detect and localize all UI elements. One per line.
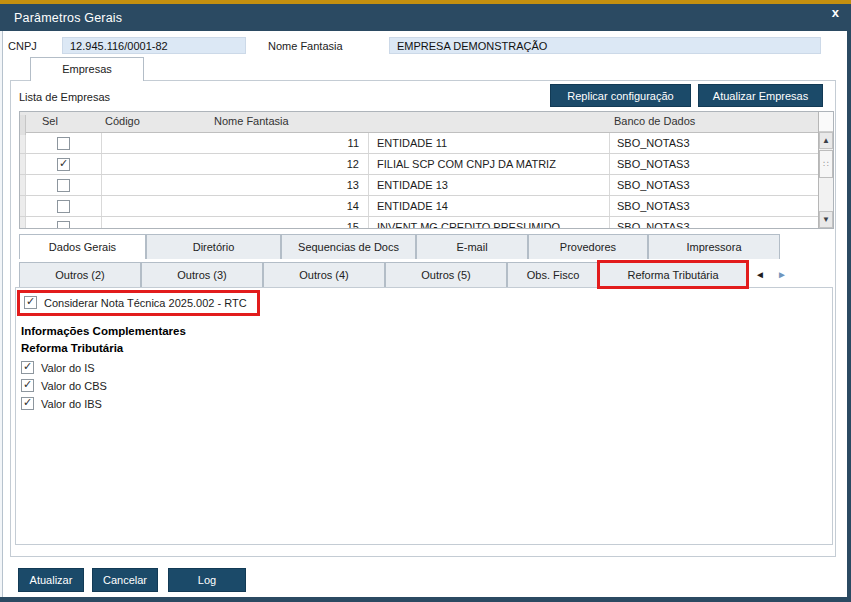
- check-mark-icon: ✓: [23, 397, 32, 408]
- footer-buttons: Atualizar Cancelar Log: [18, 568, 246, 592]
- cell-sel: [26, 217, 102, 229]
- table-row: 14ENTIDADE 14SBO_NOTAS3: [20, 196, 818, 217]
- row-select-checkbox[interactable]: [57, 179, 70, 192]
- col-header-sel: Sel: [42, 115, 58, 127]
- considerar-nota-tecnica-checkbox[interactable]: ✓: [24, 296, 37, 309]
- lista-de-empresas-label: Lista de Empresas: [19, 91, 110, 103]
- check-mark-icon: ✓: [59, 158, 68, 169]
- cnpj-label: CNPJ: [8, 40, 37, 52]
- window-border-left: [0, 31, 3, 602]
- log-button[interactable]: Log: [168, 568, 246, 592]
- checkbox-label: Valor do IS: [41, 362, 95, 374]
- reforma-tributaria-tab-content: ✓ Considerar Nota Técnica 2025.002 - RTC…: [15, 287, 833, 545]
- cell-banco-de-dados: SBO_NOTAS3: [610, 175, 818, 195]
- tab-reforma-tribut-ria[interactable]: Reforma Tributária: [599, 262, 747, 287]
- considerar-nota-tecnica-label: Considerar Nota Técnica 2025.002 - RTC: [44, 297, 247, 309]
- cell-banco-de-dados: SBO_NOTAS3: [610, 133, 818, 153]
- tab-empresas[interactable]: Empresas: [30, 57, 144, 81]
- scrollbar-track[interactable]: [819, 179, 833, 211]
- check-mark-icon: ✓: [26, 296, 35, 307]
- cell-sel: ✓: [26, 154, 102, 174]
- cancelar-button[interactable]: Cancelar: [92, 568, 158, 592]
- valor-do-ibs-checkbox[interactable]: ✓: [21, 397, 34, 410]
- cnpj-field[interactable]: 12.945.116/0001-82: [62, 37, 246, 54]
- nome-fantasia-label: Nome Fantasia: [268, 40, 343, 52]
- tab-dados-gerais[interactable]: Dados Gerais: [19, 234, 146, 259]
- cell-sel: [26, 175, 102, 195]
- row-select-checkbox[interactable]: [57, 200, 70, 213]
- cell-codigo: 11: [102, 133, 369, 153]
- atualizar-button[interactable]: Atualizar: [18, 568, 84, 592]
- tab-outros-5[interactable]: Outros (5): [385, 262, 507, 287]
- cell-codigo: 15: [102, 217, 369, 229]
- tab-scroll-left-icon[interactable]: ◄: [755, 267, 765, 283]
- tab-e-mail[interactable]: E-mail: [416, 234, 528, 259]
- cell-codigo: 14: [102, 196, 369, 216]
- settings-tabs-row-1: Dados GeraisDiretórioSequencias de DocsE…: [19, 234, 780, 259]
- reforma-tributaria-heading: Reforma Tributária: [21, 342, 832, 354]
- valor-do-cbs-checkbox[interactable]: ✓: [21, 379, 34, 392]
- window-border-bottom: [0, 597, 851, 602]
- checkbox-row: ✓Valor do CBS: [21, 379, 832, 392]
- table-body: 11ENTIDADE 11SBO_NOTAS3✓12FILIAL SCP COM…: [20, 133, 818, 229]
- cell-nome-fantasia: INVENT MG CREDITO PRESUMIDO: [369, 217, 610, 229]
- row-select-checkbox[interactable]: [57, 221, 70, 230]
- window-title: Parâmetros Gerais: [0, 11, 122, 25]
- atualizar-empresas-button[interactable]: Atualizar Empresas: [698, 84, 823, 107]
- scroll-up-icon[interactable]: ▲: [819, 132, 833, 149]
- tab-outros-3[interactable]: Outros (3): [141, 262, 263, 287]
- tab-scroll-right-icon[interactable]: ►: [777, 267, 787, 283]
- scrollbar-thumb[interactable]: ∷: [819, 150, 833, 178]
- tab-scroll-nav: ◄ ►: [755, 266, 787, 284]
- valores-checkbox-list: ✓Valor do IS✓Valor do CBS✓Valor do IBS: [21, 361, 832, 410]
- tab-obs-fisco[interactable]: Obs. Fisco: [507, 262, 599, 287]
- row-select-checkbox[interactable]: ✓: [57, 158, 70, 171]
- scroll-down-icon[interactable]: ▼: [819, 211, 833, 228]
- table-row: 11ENTIDADE 11SBO_NOTAS3: [20, 133, 818, 154]
- tab-outros-4[interactable]: Outros (4): [263, 262, 385, 287]
- col-header-nome-fantasia: Nome Fantasia: [214, 115, 289, 127]
- cell-nome-fantasia: FILIAL SCP COM CNPJ DA MATRIZ: [369, 154, 610, 174]
- table-row: 15INVENT MG CREDITO PRESUMIDOSBO_NOTAS3: [20, 217, 818, 229]
- check-mark-icon: ✓: [23, 361, 32, 372]
- cell-nome-fantasia: ENTIDADE 11: [369, 133, 610, 153]
- col-header-codigo: Código: [105, 115, 140, 127]
- table-header: Sel Código Nome Fantasia Banco de Dados: [20, 112, 818, 133]
- header-gutter: [20, 115, 26, 135]
- check-mark-icon: ✓: [23, 379, 32, 390]
- informacoes-complementares-heading: Informações Complementares: [21, 325, 832, 337]
- window-border-right: [847, 4, 851, 602]
- nota-tecnica-highlight-box: ✓ Considerar Nota Técnica 2025.002 - RTC: [17, 290, 260, 316]
- scrollbar-spacer: [819, 112, 833, 132]
- empresas-table: Sel Código Nome Fantasia Banco de Dados …: [19, 111, 834, 229]
- nome-fantasia-field[interactable]: EMPRESA DEMONSTRAÇÃO: [389, 37, 821, 54]
- table-row: ✓12FILIAL SCP COM CNPJ DA MATRIZSBO_NOTA…: [20, 154, 818, 175]
- checkbox-label: Valor do IBS: [41, 398, 102, 410]
- table-row: 13ENTIDADE 13SBO_NOTAS3: [20, 175, 818, 196]
- cell-nome-fantasia: ENTIDADE 13: [369, 175, 610, 195]
- checkbox-label: Valor do CBS: [41, 380, 107, 392]
- cell-codigo: 12: [102, 154, 369, 174]
- cell-codigo: 13: [102, 175, 369, 195]
- table-scrollbar[interactable]: ▲ ∷ ▼: [818, 112, 833, 228]
- valor-do-is-checkbox[interactable]: ✓: [21, 361, 34, 374]
- tab-sequencias-de-docs[interactable]: Sequencias de Docs: [281, 234, 416, 259]
- close-icon[interactable]: x: [832, 5, 839, 21]
- tab-impressora[interactable]: Impressora: [648, 234, 780, 259]
- titlebar: Parâmetros Gerais: [0, 4, 851, 31]
- tab-provedores[interactable]: Provedores: [528, 234, 648, 259]
- cell-sel: [26, 133, 102, 153]
- checkbox-row: ✓Valor do IS: [21, 361, 832, 374]
- replicar-configuracao-button[interactable]: Replicar configuração: [550, 84, 691, 107]
- list-action-buttons: Replicar configuração Atualizar Empresas: [550, 84, 823, 107]
- cell-banco-de-dados: SBO_NOTAS3: [610, 154, 818, 174]
- settings-tabs-row-2: Outros (2)Outros (3)Outros (4)Outros (5)…: [19, 262, 747, 287]
- cell-nome-fantasia: ENTIDADE 14: [369, 196, 610, 216]
- cell-sel: [26, 196, 102, 216]
- tab-outros-2[interactable]: Outros (2): [19, 262, 141, 287]
- tab-diret-rio[interactable]: Diretório: [146, 234, 281, 259]
- cell-banco-de-dados: SBO_NOTAS3: [610, 217, 818, 229]
- row-select-checkbox[interactable]: [57, 137, 70, 150]
- col-header-banco-de-dados: Banco de Dados: [614, 115, 695, 127]
- checkbox-row: ✓Valor do IBS: [21, 397, 832, 410]
